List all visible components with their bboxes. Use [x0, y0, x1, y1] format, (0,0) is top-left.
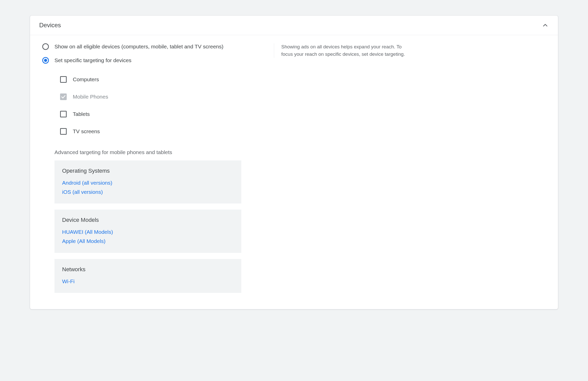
main-column: Show on all eligible devices (computers,… — [42, 43, 266, 299]
radio-icon-selected — [42, 57, 49, 64]
model-link-apple[interactable]: Apple (All Models) — [62, 237, 234, 246]
checkbox-mobile-phones-label: Mobile Phones — [73, 94, 108, 100]
card-header: Devices — [30, 16, 558, 35]
checkbox-tablets[interactable]: Tablets — [60, 105, 266, 123]
checkbox-mobile-phones: Mobile Phones — [60, 88, 266, 105]
checkbox-computers-label: Computers — [73, 76, 99, 83]
card-title: Devices — [39, 22, 61, 29]
network-link-wifi[interactable]: Wi-Fi — [62, 277, 234, 286]
checkbox-tv-screens[interactable]: TV screens — [60, 123, 266, 140]
checkbox-computers[interactable]: Computers — [60, 71, 266, 88]
checkbox-icon — [60, 76, 67, 83]
advanced-targeting-label: Advanced targeting for mobile phones and… — [54, 149, 266, 155]
operating-systems-card: Operating Systems Android (all versions)… — [54, 160, 241, 203]
os-link-android[interactable]: Android (all versions) — [62, 178, 234, 187]
checkbox-tablets-label: Tablets — [73, 111, 90, 117]
networks-card: Networks Wi-Fi — [54, 259, 241, 293]
radio-specific-targeting-label: Set specific targeting for devices — [54, 57, 131, 63]
checkbox-tv-screens-label: TV screens — [73, 128, 100, 134]
device-models-title: Device Models — [62, 217, 234, 223]
radio-icon — [42, 43, 49, 50]
device-checkbox-list: Computers Mobile Phones Tablets TV scree… — [42, 71, 266, 140]
os-link-ios[interactable]: iOS (all versions) — [62, 187, 234, 197]
radio-all-devices-label: Show on all eligible devices (computers,… — [54, 44, 223, 50]
help-sidebar: Showing ads on all devices helps expand … — [274, 43, 406, 58]
card-body: Show on all eligible devices (computers,… — [30, 35, 558, 309]
checkbox-checked-disabled-icon — [60, 93, 67, 100]
device-models-card: Device Models HUAWEI (All Models) Apple … — [54, 210, 241, 253]
radio-all-devices[interactable]: Show on all eligible devices (computers,… — [42, 43, 266, 50]
radio-specific-targeting[interactable]: Set specific targeting for devices — [42, 57, 266, 64]
networks-title: Networks — [62, 266, 234, 273]
devices-card: Devices Show on all eligible devices (co… — [30, 15, 558, 309]
collapse-icon[interactable] — [542, 22, 549, 29]
checkbox-icon — [60, 111, 67, 117]
operating-systems-title: Operating Systems — [62, 168, 234, 174]
help-text: Showing ads on all devices helps expand … — [281, 43, 406, 58]
checkbox-icon — [60, 128, 67, 135]
model-link-huawei[interactable]: HUAWEI (All Models) — [62, 227, 234, 237]
